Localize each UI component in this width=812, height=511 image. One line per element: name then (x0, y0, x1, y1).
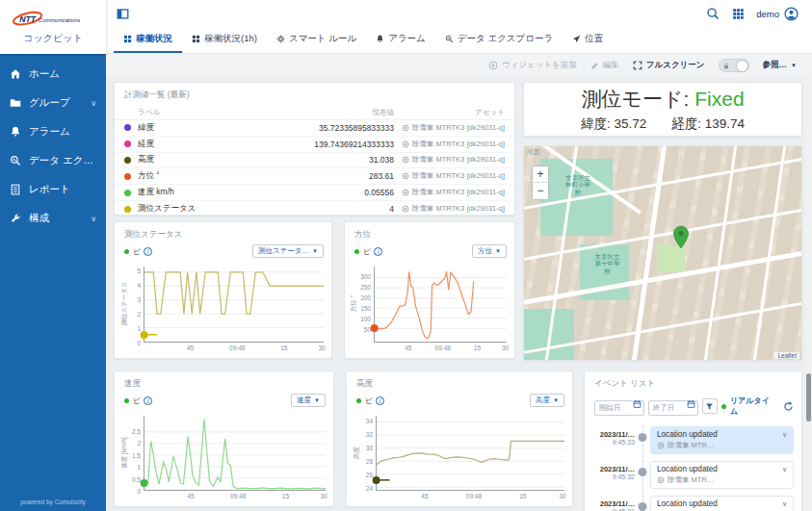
fullscreen-button[interactable]: フルスクリーン (633, 60, 705, 71)
info-icon[interactable]: i (376, 396, 384, 405)
map-marker-pin[interactable] (672, 225, 689, 249)
edit-button[interactable]: 編集 (590, 60, 619, 71)
user-avatar-icon (784, 7, 799, 21)
chart-datapoint-select[interactable]: 方位▼ (472, 244, 507, 258)
timeline-dot (639, 468, 647, 476)
search-icon[interactable] (700, 0, 725, 27)
event-title: Location updated (657, 430, 718, 439)
table-row: 緯度35.72335895833333除雪車 MTRTK3 [dk29031-q… (115, 120, 514, 137)
zoom-in-button[interactable]: + (533, 166, 548, 183)
user-menu[interactable]: demo (750, 7, 812, 21)
event-timestamp: 2023/11/…9:45:32 (590, 461, 635, 489)
app-switcher-icon[interactable] (725, 0, 750, 27)
event-card[interactable]: Location updated∨除雪車 MTR… (650, 496, 794, 511)
datapoint-label: 高度 (124, 154, 269, 166)
chart-positioning-status: 測位ステータスピi測位ステータ…▼測位ステータス0123454509:48153… (114, 221, 332, 359)
topbar: demo (106, 0, 812, 27)
lock-toggle[interactable] (719, 59, 749, 72)
datapoint-value: 0.05556 (269, 188, 394, 197)
asset-link[interactable]: 除雪車 MTRTK3 [dk29031-q] (394, 123, 505, 133)
legend-dot (356, 398, 361, 403)
filter-icon[interactable] (702, 398, 719, 414)
chevron-down-icon[interactable]: ∨ (782, 431, 787, 439)
tab-5[interactable]: 位置 (563, 27, 613, 53)
chart-datapoint-select[interactable]: 測位ステータ…▼ (252, 244, 324, 258)
legend-dot (124, 398, 129, 403)
datapoint-color-dot (124, 206, 131, 213)
chart-datapoint-select[interactable]: 高度▼ (530, 394, 564, 407)
calendar-icon[interactable] (687, 399, 695, 409)
y-axis-label: 高度 (353, 414, 360, 491)
chevron-down-icon: ∨ (91, 215, 96, 223)
info-icon[interactable]: i (374, 247, 382, 256)
svg-text:Communications: Communications (39, 17, 80, 23)
chevron-down-icon: ▼ (553, 397, 559, 403)
calendar-icon[interactable] (633, 399, 642, 409)
chart-title: 速度 (115, 371, 333, 390)
asset-link[interactable]: 除雪車 MTRTK3 [dk29031-q] (394, 204, 505, 214)
reference-dropdown[interactable]: 参照…▼ (763, 60, 797, 71)
chevron-down-icon[interactable]: ∨ (782, 466, 787, 473)
tab-0[interactable]: 稼働状況 (114, 27, 182, 53)
datapoint-color-dot (124, 157, 131, 164)
asset-link[interactable]: 除雪車 MTRTK3 [dk29031-q] (394, 140, 505, 149)
data-explorer-icon (445, 35, 454, 43)
asset-link[interactable]: 除雪車 MTRTK3 [dk29031-q] (394, 155, 505, 165)
chart-legend: ピ (356, 396, 373, 406)
bell-icon (376, 35, 384, 43)
map-canvas[interactable]: 文京区立 林町小学 校 文京区立 第十中学 校 (524, 146, 801, 360)
collapse-sidebar-icon[interactable] (110, 0, 135, 27)
sidebar-item-5[interactable]: 構成∨ (0, 204, 106, 233)
datapoint-color-dot (124, 173, 131, 180)
datapoint-color-dot (124, 190, 131, 196)
scrollbar-thumb[interactable] (806, 373, 811, 422)
sidebar-item-0[interactable]: ホーム (0, 60, 106, 89)
sidebar-item-1[interactable]: グループ∨ (0, 89, 106, 117)
powered-by: powered by Cumulocity (0, 498, 106, 505)
info-icon[interactable]: i (144, 396, 152, 405)
chart-plot-area (376, 416, 564, 491)
add-widget-button[interactable]: ウィジェットを追加 (488, 60, 577, 71)
page-scrollbar[interactable] (805, 73, 812, 511)
datapoint-color-dot (124, 124, 131, 131)
chevron-down-icon: ▼ (314, 397, 320, 403)
x-axis-ticks: 4509:481530 (144, 345, 324, 354)
table-row: 方位 °283.61除雪車 MTRTK3 [dk29031-q] (115, 168, 514, 185)
tab-label: 稼働状況 (136, 33, 172, 45)
tab-2[interactable]: スマート ルール (267, 27, 366, 53)
realtime-toggle[interactable]: リアルタイム (721, 396, 773, 417)
datapoint-label: 緯度 (124, 122, 269, 134)
event-card[interactable]: Location updated∨除雪車 MTR… (650, 461, 794, 489)
chart-legend: ピ (354, 246, 371, 257)
sidebar-item-3[interactable]: データ エクスプロ… (0, 146, 106, 175)
widget-title: 計測値一覧 (最新) (115, 83, 514, 101)
tab-label: アラーム (388, 33, 426, 45)
event-filters: リアルタイム (585, 390, 801, 421)
refresh-icon[interactable] (783, 401, 794, 412)
zoom-out-button[interactable]: − (533, 183, 548, 199)
map-attribution[interactable]: Leaflet (774, 352, 799, 359)
chart-datapoint-select[interactable]: 速度▼ (291, 394, 326, 407)
dashboard-toolbar: ウィジェットを追加 編集 フルスクリーン 参照…▼ (106, 54, 812, 77)
grid-icon (123, 35, 132, 43)
sidebar-item-2[interactable]: アラーム (0, 117, 106, 146)
tab-3[interactable]: アラーム (366, 27, 435, 53)
event-timestamp: 2023/11/…9:45:31 (590, 496, 635, 511)
event-row: 2023/11/…9:45:32Location updated∨除雪車 MTR… (590, 461, 794, 489)
map-zoom-control: + − (532, 166, 549, 200)
longitude-value: 139.74 (705, 116, 745, 131)
asset-link[interactable]: 除雪車 MTRTK3 [dk29031-q] (394, 188, 505, 197)
info-icon[interactable]: i (144, 247, 152, 256)
username: demo (756, 9, 779, 19)
chevron-down-icon[interactable]: ∨ (782, 500, 787, 508)
timeline-dot (639, 433, 647, 442)
tab-label: 稼働状況(1h) (204, 33, 257, 45)
event-card[interactable]: Location updated∨除雪車 MTR… (650, 426, 794, 454)
tab-1[interactable]: 稼働状況(1h) (182, 27, 267, 53)
device-icon (402, 189, 409, 196)
tab-4[interactable]: データ エクスプローラ (435, 27, 563, 53)
sidebar-item-4[interactable]: レポート (0, 175, 106, 204)
asset-link[interactable]: 除雪車 MTRTK3 [dk29031-q] (394, 171, 505, 181)
event-row: 2023/11/…9:45:31Location updated∨除雪車 MTR… (590, 496, 794, 511)
x-axis-ticks: 4509:481530 (376, 493, 564, 502)
